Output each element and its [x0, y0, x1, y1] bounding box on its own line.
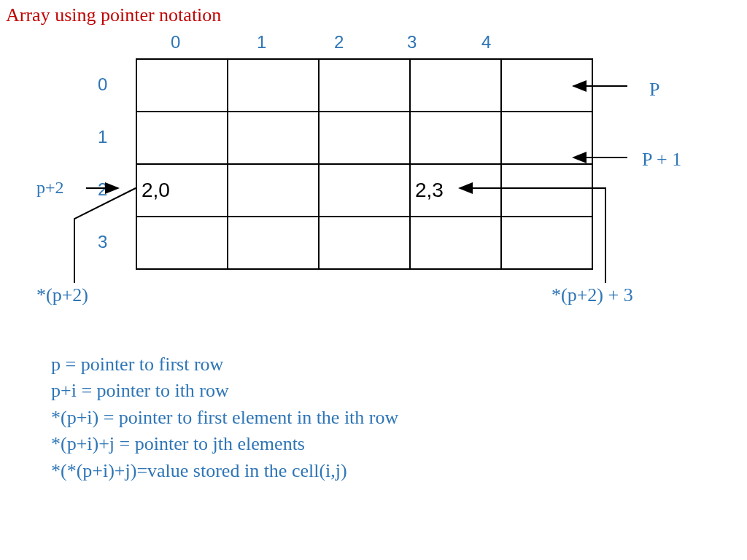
col-label-0: 0 [171, 32, 180, 52]
label-P: P [649, 79, 659, 101]
label-star-p2: *(p+2) [36, 284, 88, 306]
cell [410, 59, 501, 112]
explain-line: p = pointer to first row [51, 351, 398, 378]
explain-line: p+i = pointer to ith row [51, 378, 398, 404]
cell [501, 59, 592, 112]
table-row [136, 112, 592, 164]
cell [228, 164, 319, 217]
cell [501, 112, 592, 164]
cell [410, 217, 501, 269]
cell [136, 217, 228, 269]
row-label-3: 3 [98, 232, 107, 252]
explanation-block: p = pointer to first row p+i = pointer t… [51, 351, 398, 484]
cell [319, 217, 410, 269]
col-label-1: 1 [257, 32, 266, 52]
cell [501, 217, 592, 269]
col-label-3: 3 [407, 32, 417, 52]
row-label-1: 1 [98, 127, 107, 147]
row-label-0: 0 [98, 74, 107, 95]
cell [319, 59, 410, 112]
cell [228, 59, 319, 112]
explain-line: *(*(p+i)+j)=value stored in the cell(i,j… [51, 458, 398, 484]
col-label-2: 2 [334, 32, 344, 52]
cell [410, 112, 501, 164]
cell-2-0: 2,0 [136, 164, 228, 217]
row-label-2: 2 [98, 179, 107, 200]
cell [228, 217, 319, 269]
cell [319, 112, 410, 164]
cell-2-3: 2,3 [410, 164, 501, 217]
label-P-plus-1: P + 1 [642, 149, 681, 171]
explain-line: *(p+i) = pointer to first element in the… [51, 405, 398, 431]
page-title: Array using pointer notation [6, 4, 221, 26]
array-grid: 2,0 2,3 [136, 58, 593, 270]
table-row: 2,0 2,3 [136, 164, 592, 217]
explain-line: *(p+i)+j = pointer to jth elements [51, 431, 398, 457]
table-row [136, 59, 592, 112]
cell [501, 164, 592, 217]
label-p-plus-2: p+2 [36, 178, 64, 198]
col-label-4: 4 [481, 32, 491, 52]
table-row [136, 217, 592, 269]
cell [228, 112, 319, 164]
label-star-p2-3: *(p+2) + 3 [551, 284, 633, 306]
cell [136, 59, 228, 112]
cell [319, 164, 410, 217]
cell [136, 112, 228, 164]
